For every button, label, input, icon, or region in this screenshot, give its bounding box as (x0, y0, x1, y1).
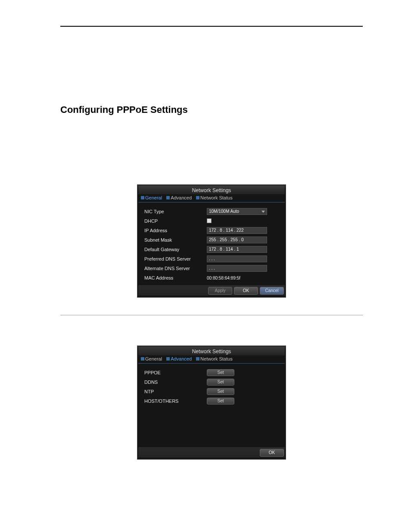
tab-icon (196, 357, 199, 361)
alternate-dns-field[interactable]: . . . (207, 265, 267, 272)
section-heading: Configuring PPPoE Settings (60, 104, 363, 115)
preferred-dns-label: Preferred DNS Server (144, 256, 207, 261)
dialog-footer: OK (138, 447, 285, 457)
alternate-dns-label: Alternate DNS Server (144, 266, 207, 271)
tab-icon (141, 196, 144, 199)
tab-label: Advanced (171, 356, 192, 361)
dialog-tabs: General Advanced Network Status (138, 194, 285, 202)
host-others-label: HOST/OTHERS (144, 398, 207, 404)
mac-address-label: MAC Address (144, 275, 207, 280)
ok-button[interactable]: OK (234, 287, 258, 295)
tab-label: General (145, 356, 162, 361)
host-others-set-button[interactable]: Set (207, 398, 234, 404)
dhcp-checkbox[interactable] (207, 218, 212, 223)
dialog-title: Network Settings (138, 347, 285, 355)
mid-horizontal-rule (60, 315, 363, 315)
chevron-down-icon (262, 211, 265, 213)
tab-icon (166, 196, 170, 199)
dhcp-label: DHCP (144, 218, 207, 224)
tab-general[interactable]: General (139, 194, 164, 201)
network-settings-dialog-advanced: Network Settings General Advanced Networ… (137, 345, 286, 460)
tab-icon (141, 357, 144, 361)
top-horizontal-rule (60, 26, 363, 27)
mac-address-value: 00:80:58:64:89:5f (207, 276, 240, 280)
dialog-footer: Apply OK Cancel (138, 285, 285, 296)
ip-address-label: IP Address (144, 228, 207, 233)
dialog-tabs: General Advanced Network Status (138, 355, 285, 364)
subnet-mask-field[interactable]: 255 . 255 . 255 . 0 (207, 236, 267, 243)
network-settings-dialog-general: Network Settings General Advanced Networ… (137, 184, 286, 298)
tab-label: Network Status (200, 356, 233, 361)
nic-type-value: 10M/100M Auto (209, 208, 239, 215)
cancel-button[interactable]: Cancel (260, 287, 284, 295)
preferred-dns-field[interactable]: . . . (207, 255, 267, 262)
pppoe-set-button[interactable]: Set (207, 369, 234, 376)
pppoe-label: PPPOE (144, 370, 207, 375)
tab-advanced[interactable]: Advanced (165, 355, 193, 362)
ddns-set-button[interactable]: Set (207, 379, 234, 386)
default-gateway-field[interactable]: 172 . 8 . 114 . 1 (207, 246, 267, 253)
ip-address-field[interactable]: 172 . 8 . 114 . 222 (207, 227, 267, 234)
ntp-set-button[interactable]: Set (207, 388, 234, 395)
nic-type-label: NIC Type (144, 209, 207, 214)
tab-network-status[interactable]: Network Status (194, 355, 234, 362)
dialog-body: PPPOE Set DDNS Set NTP Set (138, 365, 285, 447)
tab-icon (166, 357, 170, 361)
tab-general[interactable]: General (139, 355, 164, 362)
tab-advanced[interactable]: Advanced (165, 194, 193, 201)
tab-network-status[interactable]: Network Status (194, 194, 234, 201)
dialog-body: NIC Type 10M/100M Auto DHCP IP A (138, 204, 285, 285)
ok-button[interactable]: OK (260, 449, 284, 457)
ddns-label: DDNS (144, 380, 207, 385)
tab-label: Network Status (200, 195, 233, 200)
default-gateway-label: Default Gateway (144, 247, 207, 252)
tab-label: General (145, 195, 162, 200)
subnet-mask-label: Subnet Mask (144, 237, 207, 243)
dialog-title: Network Settings (138, 186, 285, 194)
ntp-label: NTP (144, 389, 207, 394)
tab-label: Advanced (171, 195, 192, 200)
nic-type-dropdown[interactable]: 10M/100M Auto (207, 208, 267, 215)
tab-icon (196, 196, 199, 199)
apply-button[interactable]: Apply (208, 287, 232, 295)
